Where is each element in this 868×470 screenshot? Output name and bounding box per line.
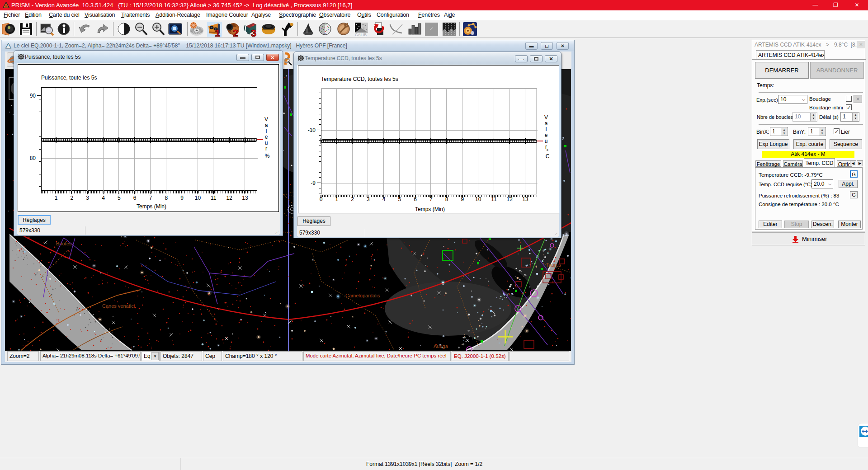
svg-text:Auriga: Auriga bbox=[434, 343, 448, 349]
svg-text:1: 1 bbox=[215, 28, 220, 37]
svg-text:Canes venatici: Canes venatici bbox=[102, 303, 135, 309]
svg-text:Bootes: Bootes bbox=[56, 241, 72, 246]
svg-text:CALIB: CALIB bbox=[355, 33, 367, 37]
svg-text:3: 3 bbox=[251, 28, 256, 37]
svg-text:Camelopardalis: Camelopardalis bbox=[345, 293, 380, 298]
svg-text:Taurus: Taurus bbox=[546, 262, 561, 268]
svg-text:2: 2 bbox=[233, 28, 238, 37]
